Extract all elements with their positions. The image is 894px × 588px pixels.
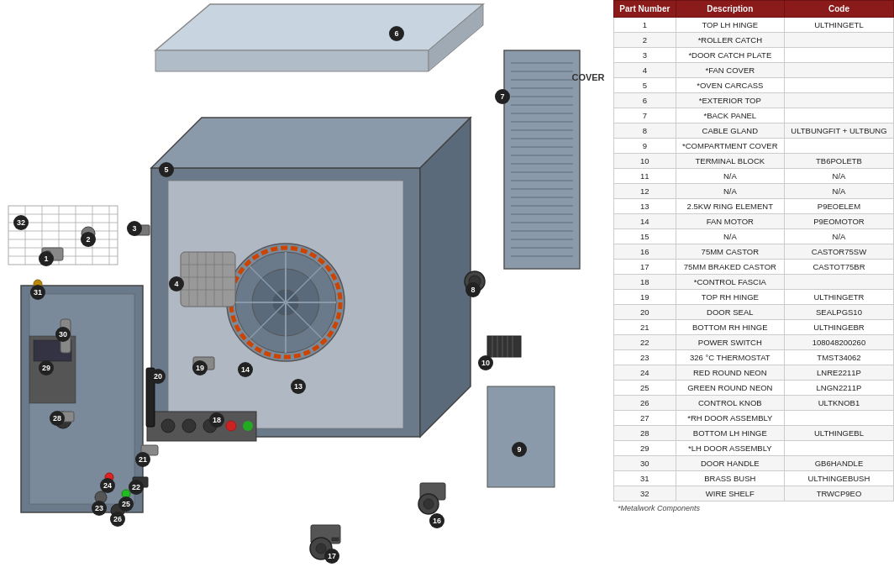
svg-point-60 — [161, 419, 175, 433]
cell-code: LNRE2211P — [784, 365, 893, 381]
callout-8-text: 8 — [471, 286, 475, 294]
cell-part-number: 28 — [614, 426, 676, 441]
cell-code: TMST34062 — [784, 350, 893, 365]
cell-description: 75MM BRAKED CASTOR — [676, 260, 784, 275]
cell-part-number: 16 — [614, 244, 676, 260]
cell-code: ULTHINGETR — [784, 290, 893, 305]
cell-description: GREEN ROUND NEON — [676, 381, 784, 396]
table-row: 6*EXTERIOR TOP — [614, 93, 894, 108]
svg-point-76 — [423, 499, 434, 509]
cell-part-number: 29 — [614, 441, 676, 456]
cell-description: BOTTOM LH HINGE — [676, 426, 784, 441]
callout-1-text: 1 — [44, 255, 48, 263]
table-row: 24RED ROUND NEONLNRE2211P — [614, 365, 894, 381]
callout-30-text: 30 — [59, 330, 67, 339]
cell-description: *DOOR CATCH PLATE — [676, 48, 784, 63]
cell-code: ULTHINGEBL — [784, 426, 893, 441]
parts-table: Part Number Description Code 1TOP LH HIN… — [613, 0, 894, 501]
cell-part-number: 21 — [614, 320, 676, 335]
cell-code: P9EOELEM — [784, 199, 893, 214]
callout-2-text: 2 — [86, 235, 90, 244]
cell-description: *CONTROL FASCIA — [676, 275, 784, 290]
cell-code — [784, 93, 893, 108]
svg-point-63 — [226, 421, 236, 431]
callout-25-text: 25 — [122, 500, 130, 508]
cell-part-number: 32 — [614, 486, 676, 501]
cell-description: BOTTOM RH HINGE — [676, 320, 784, 335]
part-16-castor-right — [418, 483, 445, 514]
cell-part-number: 10 — [614, 154, 676, 169]
cell-code: CASTOT75BR — [784, 260, 893, 275]
table-row: 1775MM BRAKED CASTORCASTOT75BR — [614, 260, 894, 275]
cell-part-number: 2 — [614, 33, 676, 48]
cell-description: TOP RH HINGE — [676, 290, 784, 305]
cell-code: ULTHINGEBUSH — [784, 471, 893, 486]
cell-code: ULTKNOB1 — [784, 396, 893, 411]
table-row: 12N/AN/A — [614, 184, 894, 199]
cell-part-number: 31 — [614, 471, 676, 486]
cell-code: N/A — [784, 169, 893, 184]
cell-description: BRASS BUSH — [676, 471, 784, 486]
cell-description: *ROLLER CATCH — [676, 33, 784, 48]
table-row: 9*COMPARTMENT COVER — [614, 139, 894, 154]
cell-description: *BACK PANEL — [676, 108, 784, 123]
cell-part-number: 30 — [614, 456, 676, 471]
cell-description: N/A — [676, 169, 784, 184]
cell-part-number: 12 — [614, 184, 676, 199]
cell-description: N/A — [676, 184, 784, 199]
table-row: 29*LH DOOR ASSEMBLY — [614, 441, 894, 456]
callout-32-text: 32 — [17, 218, 25, 227]
cell-description: *FAN COVER — [676, 63, 784, 78]
table-row: 3*DOOR CATCH PLATE — [614, 48, 894, 63]
part-10-terminal-block — [487, 336, 521, 357]
table-row: 20DOOR SEALSEALPGS10 — [614, 305, 894, 320]
callout-13-text: 13 — [294, 382, 302, 391]
cell-description: 326 °C THERMOSTAT — [676, 350, 784, 365]
cover-label-text: COVER — [571, 72, 604, 82]
footnote: *Metalwork Components — [613, 501, 894, 515]
cell-code: N/A — [784, 184, 893, 199]
part-18-control-fascia — [147, 412, 256, 441]
table-row: 8CABLE GLANDULTBUNGFIT + ULTBUNG — [614, 123, 894, 139]
table-row: 18*CONTROL FASCIA — [614, 275, 894, 290]
cell-description: *RH DOOR ASSEMBLY — [676, 411, 784, 426]
table-row: 30DOOR HANDLEGB6HANDLE — [614, 456, 894, 471]
callout-9-text: 9 — [517, 445, 521, 454]
callout-14-text: 14 — [241, 365, 250, 374]
cell-code — [784, 48, 893, 63]
cell-description: WIRE SHELF — [676, 486, 784, 501]
cell-code: GB6HANDLE — [784, 456, 893, 471]
cell-description: POWER SWITCH — [676, 335, 784, 350]
cell-code — [784, 139, 893, 154]
table-row: 11N/AN/A — [614, 169, 894, 184]
svg-rect-83 — [487, 386, 555, 487]
cell-description: FAN MOTOR — [676, 214, 784, 229]
table-row: 31BRASS BUSHULTHINGEBUSH — [614, 471, 894, 486]
cell-code — [784, 108, 893, 123]
callout-29-text: 29 — [42, 364, 50, 372]
callout-19-text: 19 — [196, 364, 204, 372]
table-row: 23326 °C THERMOSTATTMST34062 — [614, 350, 894, 365]
part-4-fan-cover — [181, 252, 235, 307]
cell-description: *EXTERIOR TOP — [676, 93, 784, 108]
table-row: 10TERMINAL BLOCKTB6POLETB — [614, 154, 894, 169]
cell-part-number: 3 — [614, 48, 676, 63]
table-row: 27*RH DOOR ASSEMBLY — [614, 411, 894, 426]
callout-16-text: 16 — [433, 517, 441, 525]
callout-22-text: 22 — [132, 483, 140, 491]
cell-description: 75MM CASTOR — [676, 244, 784, 260]
cell-part-number: 27 — [614, 411, 676, 426]
cell-description: DOOR HANDLE — [676, 456, 784, 471]
cell-code: N/A — [784, 229, 893, 244]
svg-point-61 — [182, 419, 196, 433]
cell-part-number: 19 — [614, 290, 676, 305]
part-7-back-panel — [504, 50, 580, 269]
cell-code: ULTHINGETL — [784, 18, 893, 33]
cell-code: LNGN2211P — [784, 381, 893, 396]
table-row: 1675MM CASTORCASTOR75SW — [614, 244, 894, 260]
parts-table-area: Part Number Description Code 1TOP LH HIN… — [613, 0, 894, 588]
callout-3-text: 3 — [132, 224, 136, 233]
col-header-desc: Description — [676, 1, 784, 18]
cell-part-number: 13 — [614, 199, 676, 214]
table-row: 2*ROLLER CATCH — [614, 33, 894, 48]
